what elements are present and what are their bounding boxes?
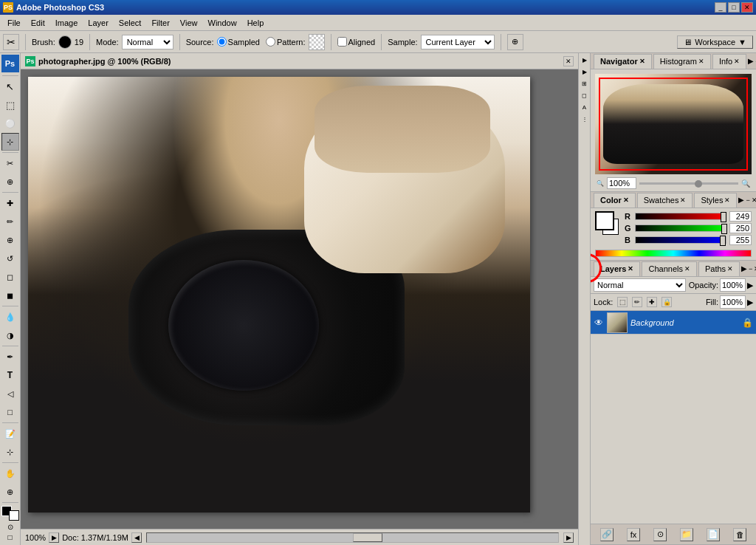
pattern-preview[interactable] [309,34,325,50]
swatches-tab[interactable]: Swatches ✕ [637,193,693,208]
menu-help[interactable]: Help [243,17,269,29]
sampled-radio[interactable]: Sampled [217,37,260,47]
r-slider-track[interactable] [635,213,726,220]
layers-tab[interactable]: Layers ✕ [594,261,640,276]
title-bar-controls[interactable]: _ □ ✕ [715,2,753,13]
canvas-close-button[interactable]: ✕ [563,56,574,66]
notes-tool-btn[interactable]: 📝 [1,425,19,442]
stamp-tool-btn[interactable]: ⊕ [1,231,19,249]
layers-panel-menu[interactable]: ▶ [741,263,747,275]
navigator-tab[interactable]: Navigator ✕ [594,54,652,69]
aligned-checkbox[interactable]: Aligned [337,37,376,47]
layers-panel-collapse[interactable]: − [749,264,752,273]
menu-layer[interactable]: Layer [83,17,113,29]
layer-visibility-btn[interactable]: 👁 [594,318,604,328]
paths-tab[interactable]: Paths ✕ [698,261,740,276]
lock-transparency-btn[interactable]: ⬚ [617,297,628,307]
current-tool-icon[interactable]: ✂ [3,34,19,50]
zoom-out-icon[interactable]: 🔍 [597,180,604,187]
extra-tool-btn[interactable]: ⊕ [507,34,523,50]
path-select-btn[interactable]: ◁ [1,385,19,402]
channels-tab-close[interactable]: ✕ [684,265,690,272]
canvas-right-btn4[interactable]: ◻ [580,90,590,100]
delete-layer-btn[interactable]: 🗑 [733,528,746,541]
horizontal-scrollbar[interactable] [146,532,559,543]
canvas-right-btn5[interactable]: A [580,102,590,112]
opacity-arrow[interactable]: ▶ [747,281,753,290]
layer-mask-btn[interactable]: ⊙ [653,528,667,541]
blur-tool-btn[interactable]: 💧 [1,308,19,326]
fill-arrow[interactable]: ▶ [747,298,753,307]
screen-mode-btn[interactable]: □ [7,533,12,541]
color-spectrum-bar[interactable] [595,250,752,257]
lasso-tool-btn[interactable]: ⚪ [1,114,19,132]
fill-tool-btn[interactable]: ◼ [1,287,19,304]
lock-move-btn[interactable]: ✚ [647,297,657,307]
r-slider-thumb[interactable] [721,212,726,222]
menu-edit[interactable]: Edit [27,17,49,29]
history-brush-btn[interactable]: ↺ [1,250,19,267]
mode-select[interactable]: Normal [122,35,173,49]
close-button[interactable]: ✕ [741,2,753,13]
brush-preview[interactable] [58,35,72,49]
nav-zoom-slider[interactable] [639,182,738,185]
color-panel-collapse[interactable]: − [746,196,749,205]
g-value-input[interactable] [729,223,752,233]
menu-select[interactable]: Select [114,17,146,29]
new-layer-btn[interactable]: 📄 [707,528,720,541]
zoom-in-icon[interactable]: 🔍 [741,179,750,188]
menu-view[interactable]: View [176,17,202,29]
b-value-input[interactable] [729,235,752,245]
lock-paint-btn[interactable]: ✏ [632,297,642,307]
info-tab-close[interactable]: ✕ [734,58,740,65]
color-tab[interactable]: Color ✕ [594,193,636,208]
maximize-button[interactable]: □ [728,2,740,13]
b-slider-track[interactable] [635,236,726,244]
channels-tab[interactable]: Channels ✕ [642,261,696,276]
canvas-right-btn1[interactable]: ▶ [580,55,590,65]
fill-input[interactable] [720,295,746,309]
styles-tab-close[interactable]: ✕ [724,196,730,204]
b-slider-thumb[interactable] [720,236,726,246]
shape-tool-btn[interactable]: □ [1,403,19,421]
workspace-button[interactable]: 🖥 Workspace ▼ [677,35,753,49]
quick-mask-btn[interactable]: ⊙ [7,523,13,531]
foreground-color-swatch[interactable] [595,211,614,230]
g-slider-thumb[interactable] [721,224,727,234]
scrollbar-thumb[interactable] [353,533,382,542]
layer-style-btn[interactable]: fx [627,528,640,541]
minimize-button[interactable]: _ [715,2,726,13]
hand-tool-btn[interactable]: ✋ [1,465,19,482]
menu-window[interactable]: Window [204,17,241,29]
sample-select[interactable]: Current Layer [421,35,495,49]
g-slider-track[interactable] [635,224,726,232]
marquee-tool-btn[interactable]: ⬚ [1,96,19,114]
opacity-input[interactable] [720,278,746,292]
styles-tab[interactable]: Styles ✕ [694,193,737,208]
link-layers-btn[interactable]: 🔗 [600,528,614,541]
navigator-tab-close[interactable]: ✕ [639,58,645,65]
bg-swatch[interactable] [9,510,19,521]
eyedropper2-btn[interactable]: ⊹ [1,443,19,461]
layers-tab-close[interactable]: ✕ [628,265,633,272]
menu-file[interactable]: File [3,17,25,29]
info-tab[interactable]: Info ✕ [712,54,746,69]
blend-mode-select[interactable]: Normal [594,278,686,292]
pattern-radio[interactable]: Pattern: [266,37,306,47]
pen-tool-btn[interactable]: ✒ [1,348,19,366]
layer-item[interactable]: 👁 Background 🔒 [591,311,756,335]
color-tab-close[interactable]: ✕ [623,196,629,204]
type-tool-btn[interactable]: T [1,366,19,384]
canvas-right-btn2[interactable]: ▶ [580,66,590,77]
status-nav-right[interactable]: ▶ [563,532,574,543]
histogram-tab-close[interactable]: ✕ [698,58,704,65]
new-group-btn[interactable]: 📁 [680,528,693,541]
status-nav-left[interactable]: ◀ [131,532,142,543]
color-panel-close[interactable]: ✕ [752,196,756,205]
healing-brush-btn[interactable]: ✚ [1,194,19,212]
zoom-tool-btn[interactable]: ⊕ [1,483,19,501]
menu-filter[interactable]: Filter [147,17,173,29]
eraser-tool-btn[interactable]: ◻ [1,268,19,286]
brush-tool-btn[interactable]: ✏ [1,213,19,230]
r-value-input[interactable] [729,211,752,222]
